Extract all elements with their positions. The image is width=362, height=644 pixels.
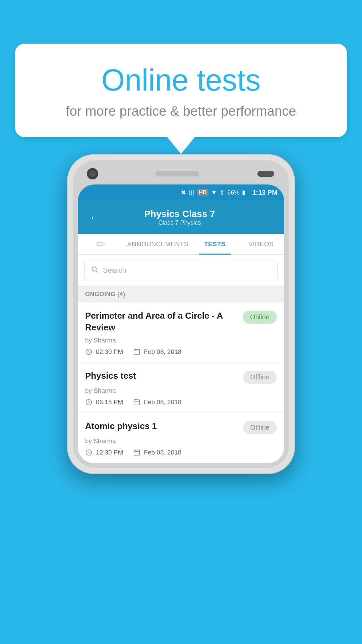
test-date-value: Feb 08, 2018 [144, 348, 181, 356]
phone-top-bar [78, 165, 284, 184]
status-bar: ✖ ◫ HD ▼ ⇧ 66% ▮ 1:13 PM [78, 184, 284, 201]
test-time: 06:18 PM [85, 398, 123, 406]
test-meta: 02:30 PM Feb 08, 2018 [85, 348, 277, 356]
header-title-block: Physics Class 7 Class 7 Physics [108, 209, 251, 226]
test-date: Feb 08, 2018 [133, 449, 181, 456]
back-button[interactable]: ← [88, 210, 101, 225]
hd-label: HD [197, 189, 208, 196]
test-date-value: Feb 08, 2018 [144, 449, 181, 456]
test-meta: 06:18 PM Feb 08, 2018 [85, 398, 277, 406]
signal-icon: ⇧ [220, 189, 225, 196]
tab-ce[interactable]: CE [78, 234, 124, 254]
test-item-top: Atomic physics 1 Offline [85, 420, 277, 434]
battery-label: 66% [227, 189, 239, 196]
phone-screen: ✖ ◫ HD ▼ ⇧ 66% ▮ 1:13 PM ← Physics Class… [78, 184, 284, 463]
tab-videos[interactable]: VIDEOS [238, 234, 284, 254]
test-time: 02:30 PM [85, 348, 123, 356]
tab-announcements[interactable]: ANNOUNCEMENTS [124, 234, 192, 254]
search-container: Search [78, 255, 284, 286]
section-header: ONGOING (4) [78, 286, 284, 303]
status-badge: Offline [243, 371, 277, 384]
test-meta: 12:30 PM Feb 08, 2018 [85, 449, 277, 456]
test-item[interactable]: Perimeter and Area of a Circle - A Revie… [78, 303, 284, 363]
test-author: by Sharma [85, 337, 277, 344]
phone-camera [88, 169, 97, 178]
test-time-value: 02:30 PM [96, 348, 123, 356]
bubble-title: Online tests [35, 64, 327, 97]
svg-rect-8 [134, 400, 140, 405]
svg-rect-13 [134, 450, 140, 455]
test-title: Atomic physics 1 [85, 420, 243, 432]
svg-rect-3 [134, 350, 140, 355]
svg-line-1 [96, 271, 98, 272]
test-time-value: 12:30 PM [96, 449, 123, 456]
tab-tests[interactable]: TESTS [192, 234, 238, 254]
status-badge: Online [243, 311, 277, 324]
tabs-row: CE ANNOUNCEMENTS TESTS VIDEOS [78, 234, 284, 255]
test-time-value: 06:18 PM [96, 398, 123, 406]
test-item[interactable]: Physics test Offline by Sharma 06:18 PM [78, 363, 284, 413]
test-title: Perimeter and Area of a Circle - A Revie… [85, 310, 243, 333]
test-author: by Sharma [85, 387, 277, 394]
status-time: 1:13 PM [252, 189, 278, 197]
vibrate-icon: ◫ [189, 189, 194, 196]
test-date: Feb 08, 2018 [133, 398, 181, 406]
test-title: Physics test [85, 370, 243, 382]
test-item[interactable]: Atomic physics 1 Offline by Sharma 12:30… [78, 413, 284, 463]
test-item-top: Physics test Offline [85, 370, 277, 384]
test-author: by Sharma [85, 437, 277, 445]
test-time: 12:30 PM [85, 449, 123, 456]
search-bar[interactable]: Search [84, 261, 278, 280]
app-header: ← Physics Class 7 Class 7 Physics [78, 201, 284, 234]
promo-bubble: Online tests for more practice & better … [15, 44, 347, 137]
search-icon [91, 266, 98, 275]
test-item-top: Perimeter and Area of a Circle - A Revie… [85, 310, 277, 333]
battery-icon: ▮ [242, 189, 245, 196]
phone-home-button [257, 171, 274, 177]
wifi-icon: ▼ [211, 189, 217, 196]
header-title: Physics Class 7 [108, 209, 251, 219]
test-date: Feb 08, 2018 [133, 348, 181, 356]
svg-point-0 [92, 267, 97, 271]
phone-mockup: ✖ ◫ HD ▼ ⇧ 66% ▮ 1:13 PM ← Physics Class… [67, 154, 295, 474]
status-badge: Offline [243, 421, 277, 434]
search-placeholder-text: Search [103, 266, 126, 275]
bluetooth-icon: ✖ [181, 189, 186, 196]
status-icons: ✖ ◫ HD ▼ ⇧ 66% ▮ [181, 189, 245, 196]
bubble-subtitle: for more practice & better performance [35, 104, 327, 119]
phone-speaker [156, 171, 199, 176]
test-date-value: Feb 08, 2018 [144, 398, 181, 406]
header-breadcrumb: Class 7 Physics [108, 219, 251, 226]
